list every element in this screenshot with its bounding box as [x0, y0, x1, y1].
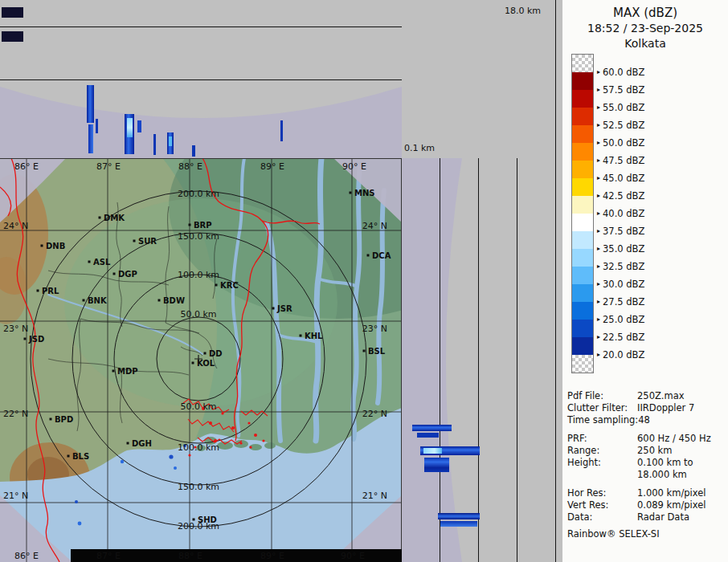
legend-scale-label: ▸55.0 dBZ [597, 101, 644, 113]
station-dot [37, 290, 39, 292]
map-label: DCA [372, 251, 391, 260]
legend-header: MAX (dBZ) 18:52 / 23-Sep-2025 Kolkata [562, 6, 728, 51]
map-label: DD [209, 349, 223, 358]
height-axis-min-label: 0.1 km [404, 143, 435, 153]
radar-echo [169, 136, 172, 146]
scale-tick-arrow-icon: ▸ [597, 86, 600, 93]
map-label: 100.0 km [178, 442, 219, 453]
legend-scale-label: ▸42.5 dBZ [597, 189, 644, 202]
scale-tick-arrow-icon: ▸ [597, 104, 600, 111]
radar-echo [192, 145, 195, 157]
scale-tick-arrow-icon: ▸ [597, 280, 600, 287]
station-dot [50, 418, 52, 421]
station-dot [24, 338, 27, 340]
map-label: 90° E [341, 551, 365, 561]
legend-scale-label: ▸47.5 dBZ [597, 154, 644, 166]
legend-info-row: PRF:600 Hz / 450 Hz [567, 433, 726, 445]
right-projection-beam-area [402, 158, 562, 562]
height-gridline [517, 158, 517, 562]
legend-cell [572, 302, 593, 320]
legend-cell [572, 249, 593, 267]
map-label: BRP [194, 221, 212, 230]
legend-cell [572, 178, 593, 196]
map-label: 22° N [362, 409, 387, 419]
station-dot [88, 261, 91, 263]
map-label: SUR [138, 237, 157, 246]
axis-label-box [2, 31, 23, 42]
legend-color-scale [571, 54, 594, 373]
map-label: 21° N [362, 491, 387, 501]
map-label: BNK [88, 296, 108, 305]
legend-info-row: Range:250 km [567, 445, 726, 457]
map-label: 200.0 km [178, 189, 219, 199]
radar-echo [423, 448, 442, 454]
legend-panel: MAX (dBZ) 18:52 / 23-Sep-2025 Kolkata ▸6… [562, 0, 728, 562]
map-label: 50.0 km [180, 309, 216, 320]
radar-echo [417, 433, 439, 438]
map-label: 150.0 km [178, 482, 219, 492]
station-dot [67, 455, 70, 458]
product-datetime: 18:52 / 23-Sep-2025 [562, 21, 728, 36]
legend-scale-label: ▸22.5 dBZ [597, 331, 644, 343]
map-label: PRL [42, 287, 59, 295]
scale-tick-arrow-icon: ▸ [597, 192, 600, 199]
legend-scale-label: ▸57.5 dBZ [597, 83, 644, 96]
radar-display-screen: 18.0 km 0.1 km [0, 0, 728, 562]
map-label: 86° E [14, 551, 39, 561]
map-label: BPD [55, 415, 73, 424]
station-dot [83, 299, 85, 302]
scale-tick-arrow-icon: ▸ [597, 227, 600, 234]
legend-scale-label: ▸35.0 dBZ [597, 242, 644, 255]
legend-scale-label: ▸60.0 dBZ [597, 66, 644, 78]
legend-cell [572, 284, 593, 302]
map-label: 24° N [362, 221, 387, 231]
legend-cell [572, 196, 593, 214]
map-label: DGH [132, 439, 152, 448]
map-label: 23° N [3, 324, 28, 334]
map-label: 21° N [3, 491, 28, 501]
map-label: 90° E [342, 161, 366, 172]
legend-info-row: 18.000 km [567, 469, 726, 481]
station-dot [158, 299, 161, 302]
legend-cell [572, 90, 593, 108]
station-dot [300, 335, 302, 337]
scale-tick-arrow-icon: ▸ [597, 316, 600, 323]
radar-echo [424, 458, 449, 472]
legend-cell [572, 108, 593, 125]
map-label: MDP [117, 367, 138, 376]
map-label: BDW [163, 296, 185, 305]
legend-scale-label: ▸50.0 dBZ [597, 136, 644, 149]
map-label: 87° E [96, 161, 121, 172]
station-dot [367, 255, 370, 257]
legend-scale-label: ▸20.0 dBZ [597, 348, 644, 360]
station-dot [99, 217, 101, 219]
station-dot [204, 352, 207, 355]
map-label: DGP [118, 270, 137, 279]
legend-cell [572, 337, 593, 355]
legend-info-row: Pdf File:250Z.max [567, 390, 726, 402]
scale-tick-arrow-icon: ▸ [597, 121, 600, 128]
station-dot [192, 362, 194, 364]
radar-echo [96, 119, 98, 133]
map-label: ASL [93, 258, 111, 267]
map-label: 24° N [3, 221, 28, 231]
map-label: 100.0 km [178, 270, 219, 280]
radar-map: MNSDMKBRPSURDNBDCAASLDGPKRCPRLBNKBDWJSRK… [0, 158, 402, 562]
station-dot [215, 284, 218, 287]
map-label: 50.0 km [180, 401, 216, 412]
scale-tick-arrow-icon: ▸ [597, 174, 600, 181]
panel-divider-line [555, 0, 556, 562]
scale-tick-arrow-icon: ▸ [597, 298, 600, 305]
scale-tick-arrow-icon: ▸ [597, 351, 600, 358]
legend-cell [572, 125, 593, 143]
legend-scale-label: ▸30.0 dBZ [597, 278, 644, 290]
map-label: BLS [72, 452, 89, 461]
map-label: JSR [276, 304, 292, 313]
map-label: 88° E [178, 161, 202, 172]
legend-cell [572, 320, 593, 337]
station-dot [112, 370, 115, 373]
radar-site-name: Kolkata [562, 36, 728, 51]
map-label: KRC [220, 281, 239, 290]
station-dot [350, 192, 352, 194]
legend-scale-label: ▸52.5 dBZ [597, 119, 644, 131]
